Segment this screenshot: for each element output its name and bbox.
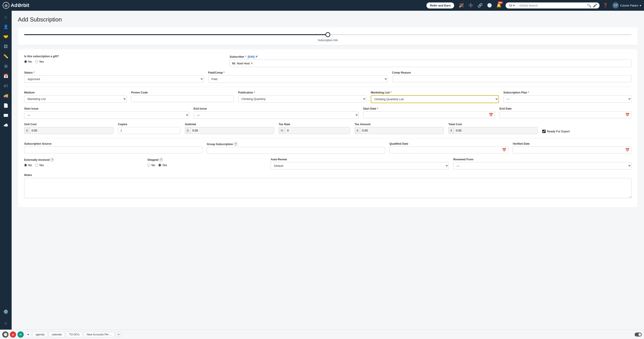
total-cost-input[interactable] — [454, 127, 538, 134]
stepper-fill — [24, 34, 328, 35]
agenda-tab[interactable]: agenda — [33, 332, 48, 337]
ready-for-export-checkbox[interactable] — [542, 130, 546, 133]
subscription-plan-label: Subscription Plan * — [503, 91, 632, 94]
total-cost-prefix: $ — [448, 127, 454, 134]
ext-inv-no-radio[interactable] — [24, 164, 27, 166]
user-menu[interactable]: CP Cassie Pataro ▾ — [612, 2, 641, 8]
ext-inv-yes-option[interactable]: Yes — [35, 164, 44, 167]
bell-icon-button[interactable]: 🔔 99+ — [495, 2, 502, 9]
microphone-icon[interactable]: 🎤 — [593, 3, 597, 8]
notification-badge: 99+ — [498, 1, 503, 4]
sidebar-item-cloud[interactable]: ☁️ — [1, 121, 10, 130]
end-issue-select[interactable]: — — [194, 111, 359, 119]
teal-icon-button[interactable]: ✉ — [18, 332, 24, 338]
ext-inv-yes-radio[interactable] — [35, 164, 38, 166]
publication-label: Publication * — [238, 91, 366, 94]
subscriber-edit-link[interactable]: [Edit] — [248, 55, 255, 58]
verified-icon: ✔ — [255, 55, 258, 58]
main-content: Add Subscription Subscription Info Is th… — [12, 11, 644, 330]
qualified-date-input[interactable] — [390, 146, 508, 154]
gift-yes-radio[interactable] — [35, 60, 38, 63]
sidebar-item-grid[interactable]: ⊞ — [1, 62, 10, 71]
start-date-input[interactable] — [363, 111, 495, 118]
remove-subscriber-button[interactable]: ✕ — [250, 62, 253, 65]
end-date-label: End Date — [500, 107, 632, 110]
avatar: CP — [612, 2, 619, 8]
end-date-wrap: 📅 — [500, 111, 632, 118]
sidebar-item-truck[interactable]: 🚚 — [1, 91, 10, 100]
tax-rate-input-group: % — [278, 127, 350, 134]
add-icon-button[interactable]: ➕ — [467, 2, 474, 9]
tax-amount-input-group: $ — [355, 127, 444, 134]
subtotal-input[interactable] — [190, 127, 274, 134]
colorful-icon-button[interactable]: ✦ — [25, 332, 31, 338]
refer-earn-button[interactable]: Refer and Earn — [426, 2, 454, 8]
copies-label: Copies — [118, 123, 180, 126]
unit-cost-input[interactable] — [30, 127, 113, 134]
sidebar-item-calendar[interactable]: 📅 — [1, 72, 10, 80]
sidebar-item-people[interactable]: 👤 — [1, 22, 10, 31]
shipped-help-icon[interactable]: ? — [159, 158, 163, 162]
new-accounts-tab[interactable]: New Accounts Per ... — [84, 332, 114, 337]
shipped-yes-option[interactable]: Yes — [158, 164, 167, 167]
sidebar-item-tag[interactable]: 🏷 — [1, 82, 10, 90]
red-icon-button[interactable]: ● — [10, 332, 16, 338]
sidebar-item-handshake[interactable]: 🤝 — [1, 32, 10, 41]
start-date-label: Start Date * — [363, 107, 495, 110]
ext-inv-no-option[interactable]: No — [24, 164, 32, 167]
group-subscription-input[interactable] — [207, 147, 385, 154]
comp-reason-input[interactable] — [392, 75, 632, 82]
clock-icon-button[interactable]: 🕐 — [2, 332, 8, 338]
sidebar-collapse-button[interactable]: ⟩⟩ — [1, 319, 10, 328]
bottom-edit-button[interactable]: ✏ — [116, 332, 122, 338]
sidebar-item-home[interactable]: ⌂ — [1, 12, 10, 22]
gift-no-radio[interactable] — [24, 60, 27, 63]
calendar-tab[interactable]: calendar — [49, 332, 65, 337]
publication-select[interactable]: Climbing Quarterly — [238, 95, 366, 103]
gift-yes-option[interactable]: Yes — [35, 60, 44, 63]
promo-code-input[interactable] — [131, 95, 234, 102]
marketing-list-select[interactable]: Climbing Quarterly List — [371, 95, 499, 103]
medium-select[interactable]: Marketing List — [24, 95, 126, 103]
app-logo: ◎ Ad⊘rbit — [3, 2, 29, 9]
shipped-no-option[interactable]: No — [147, 164, 155, 167]
notes-textarea[interactable] — [24, 178, 632, 198]
link-icon-button[interactable]: 🔗 — [476, 2, 484, 9]
auto-renew-select[interactable]: Default — [270, 162, 449, 170]
shipped-yes-radio[interactable] — [158, 164, 161, 166]
renewed-from-select[interactable]: — — [453, 162, 632, 170]
paid-comp-label: Paid/Comp * — [208, 71, 388, 74]
subscription-plan-select[interactable]: — — [503, 95, 632, 103]
global-search-area: All | 🔍 🎤 — [506, 2, 600, 8]
help-icon-button[interactable]: ❓ — [602, 2, 609, 9]
copies-input[interactable] — [118, 127, 180, 134]
todos-tab[interactable]: TO-DO's — [66, 332, 82, 337]
verified-date-input[interactable] — [513, 146, 632, 154]
search-icon[interactable]: 🔍 — [587, 3, 592, 8]
unit-cost-input-group: $ — [24, 127, 113, 134]
tax-rate-input[interactable] — [285, 127, 350, 134]
bottom-toggle[interactable] — [634, 332, 642, 336]
ready-for-export-checkbox-label[interactable]: Ready For Export — [542, 130, 632, 133]
search-scope-select[interactable]: All — [508, 4, 516, 8]
notifications-icon-button[interactable]: 🎉 — [458, 2, 465, 9]
paid-comp-select[interactable]: Paid — [208, 75, 388, 83]
status-select[interactable]: Approved — [24, 75, 204, 83]
shipped-no-radio[interactable] — [147, 164, 150, 166]
gift-no-option[interactable]: No — [24, 60, 32, 63]
sidebar-item-portrait[interactable]: 🖼 — [1, 42, 10, 51]
sidebar-item-settings[interactable]: ⚙️ — [1, 307, 10, 316]
sidebar-item-mail[interactable]: ✉️ — [1, 111, 10, 120]
subscriber-field[interactable]: Mr. Noel Host ✕ — [230, 60, 632, 67]
sidebar-item-doc[interactable]: 📄 — [1, 101, 10, 110]
global-search-input[interactable] — [520, 4, 586, 7]
group-subscription-help-icon[interactable]: ? — [234, 142, 238, 146]
sidebar: ⌂ 👤 🤝 🖼 ✏️ ⊞ 📅 🏷 🚚 📄 ✉️ ☁️ ⚙️ ⟩⟩ — [0, 11, 12, 330]
tax-amount-input[interactable] — [360, 127, 444, 134]
subscription-source-input[interactable] — [24, 146, 202, 154]
end-date-input[interactable] — [500, 111, 632, 118]
start-issue-select[interactable]: — — [24, 111, 189, 119]
sidebar-item-edit[interactable]: ✏️ — [1, 52, 10, 61]
ext-inv-help-icon[interactable]: ? — [50, 158, 54, 162]
history-icon-button[interactable]: 🕐 — [486, 2, 493, 9]
